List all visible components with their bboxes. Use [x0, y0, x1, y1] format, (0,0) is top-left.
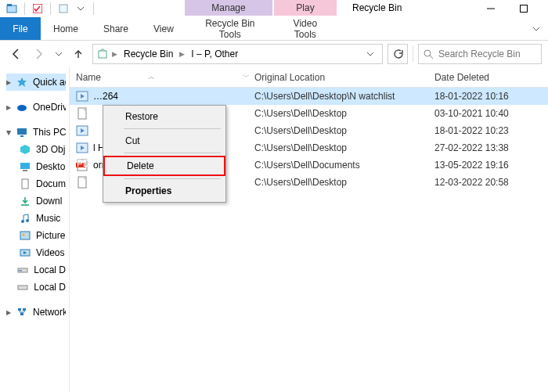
svg-rect-28 [23, 308, 26, 311]
window-title: Recycle Bin [352, 2, 402, 13]
search-box[interactable]: Search Recycle Bin [418, 44, 542, 64]
ribbon-expand-icon[interactable] [525, 17, 548, 40]
pictures-icon [19, 229, 31, 242]
svg-point-18 [21, 220, 24, 223]
chevron-right-icon[interactable]: ▶ [179, 50, 185, 58]
search-placeholder: Search Recycle Bin [438, 49, 521, 59]
app-icon[interactable] [5, 2, 19, 16]
chevron-right-icon[interactable]: ▶ [6, 309, 11, 316]
qat-new-icon[interactable] [56, 2, 70, 16]
svg-rect-12 [20, 135, 23, 137]
svg-rect-14 [20, 163, 30, 169]
date-deleted: 03-10-2021 10:40 [434, 108, 548, 119]
original-location: C:\Users\Dell\Desktop [254, 177, 434, 188]
downloads-icon [19, 195, 31, 207]
sidebar-item-label: Videos [36, 247, 64, 258]
column-header-name[interactable]: Name ︿ ﹀ [76, 72, 254, 83]
context-menu-restore[interactable]: Restore [103, 107, 225, 126]
svg-point-19 [26, 219, 29, 222]
sidebar-item-label: Docum [36, 178, 66, 189]
sidebar-item-desktop[interactable]: Deskto [6, 158, 66, 175]
context-menu-properties[interactable]: Properties [103, 182, 225, 200]
music-icon [19, 212, 31, 225]
sidebar-item-onedrive[interactable]: ▶ OneDriv [6, 99, 66, 116]
chevron-right-icon[interactable]: ▶ [6, 79, 11, 86]
svg-rect-25 [19, 270, 22, 272]
back-button[interactable] [6, 45, 25, 63]
recent-locations-icon[interactable] [53, 45, 64, 63]
tab-recycle-bin-tools[interactable]: Recycle Bin Tools [186, 17, 274, 40]
up-button[interactable] [69, 45, 88, 63]
date-deleted: 12-03-2022 20:58 [434, 177, 548, 188]
sidebar-item-network[interactable]: ▶ Network [6, 304, 66, 321]
ribbon-tabs: File Home Share View Recycle Bin Tools V… [0, 17, 548, 41]
chevron-right-icon[interactable]: ▶ [112, 50, 117, 58]
drive-icon [16, 281, 29, 293]
sidebar-item-label: Local D [34, 264, 66, 275]
qat-properties-icon[interactable] [31, 2, 45, 16]
sidebar-item-local-disk-2[interactable]: Local D [6, 279, 66, 296]
sidebar-item-label: Downl [36, 196, 62, 207]
title-bar: Manage Play Recycle Bin [0, 0, 548, 17]
navigation-bar: ▶ Recycle Bin ▶ I – P, Other Search Recy… [0, 41, 548, 67]
forward-button[interactable] [30, 45, 49, 63]
original-location: C:\Users\Dell\Desktop [254, 142, 434, 153]
sidebar-item-documents[interactable]: Docum [6, 175, 66, 192]
documents-icon [19, 178, 31, 190]
quick-access-toolbar [5, 2, 96, 16]
column-header-date-deleted[interactable]: Date Deleted [434, 72, 548, 83]
tab-video-tools[interactable]: Video Tools [274, 17, 337, 40]
menu-separator [124, 153, 221, 153]
this-pc-icon [16, 126, 28, 138]
column-dropdown-icon[interactable]: ﹀ [243, 72, 250, 82]
sidebar-item-this-pc[interactable]: ▶ This PC [6, 124, 66, 141]
sidebar-item-label: This PC [33, 127, 66, 138]
svg-rect-3 [59, 5, 67, 13]
sort-ascending-icon: ︿ [148, 72, 155, 82]
context-menu-cut[interactable]: Cut [103, 131, 225, 150]
maximize-button[interactable] [518, 3, 529, 14]
videos-icon [19, 246, 31, 259]
sidebar-item-music[interactable]: Music [6, 210, 66, 227]
breadcrumb-group[interactable]: I – P, Other [188, 49, 241, 59]
svg-rect-6 [99, 51, 106, 58]
svg-point-10 [17, 105, 27, 111]
navigation-pane: ▶ Quick ac ▶ OneDriv ▶ This PC 3D Obj De… [0, 67, 69, 392]
qat-dropdown-icon[interactable] [74, 2, 88, 16]
sidebar-item-videos[interactable]: Videos [6, 244, 66, 261]
sidebar-item-pictures[interactable]: Picture [6, 227, 66, 244]
tab-view[interactable]: View [141, 17, 186, 40]
svg-rect-27 [18, 308, 21, 311]
refresh-button[interactable] [388, 44, 408, 64]
svg-rect-5 [521, 5, 528, 13]
address-bar[interactable]: ▶ Recycle Bin ▶ I – P, Other [92, 44, 383, 64]
desktop-icon [19, 160, 31, 173]
svg-text:PDF: PDF [77, 159, 88, 169]
network-icon [16, 306, 28, 318]
quick-access-icon [16, 76, 28, 88]
original-location: C:\Users\Dell\Desktop\N watchlist [254, 91, 434, 102]
file-icon [76, 107, 88, 120]
sidebar-item-local-disk-1[interactable]: Local D [6, 261, 66, 279]
context-menu-delete[interactable]: Delete [103, 156, 225, 176]
sidebar-item-quick-access[interactable]: ▶ Quick ac [6, 74, 66, 91]
svg-rect-16 [22, 179, 28, 189]
tab-file[interactable]: File [0, 17, 41, 40]
svg-rect-20 [20, 232, 30, 239]
chevron-down-icon[interactable]: ▶ [6, 130, 13, 135]
column-headers: Name ︿ ﹀ Original Location Date Deleted [70, 67, 548, 88]
column-header-original-location[interactable]: Original Location [254, 72, 434, 83]
svg-line-8 [430, 56, 433, 59]
breadcrumb-recycle-bin[interactable]: Recycle Bin [121, 49, 176, 59]
table-row[interactable]: …264C:\Users\Dell\Desktop\N watchlist18-… [70, 88, 548, 105]
sidebar-item-label: Network [33, 307, 66, 318]
minimize-button[interactable] [485, 3, 496, 14]
tab-share[interactable]: Share [91, 17, 141, 40]
sidebar-item-3d-objects[interactable]: 3D Obj [6, 141, 66, 158]
sidebar-item-downloads[interactable]: Downl [6, 192, 66, 210]
svg-rect-26 [18, 286, 27, 290]
address-dropdown-icon[interactable] [366, 50, 374, 58]
sidebar-item-label: Local D [34, 282, 66, 293]
tab-home[interactable]: Home [41, 17, 91, 40]
date-deleted: 18-01-2022 10:23 [434, 125, 548, 136]
